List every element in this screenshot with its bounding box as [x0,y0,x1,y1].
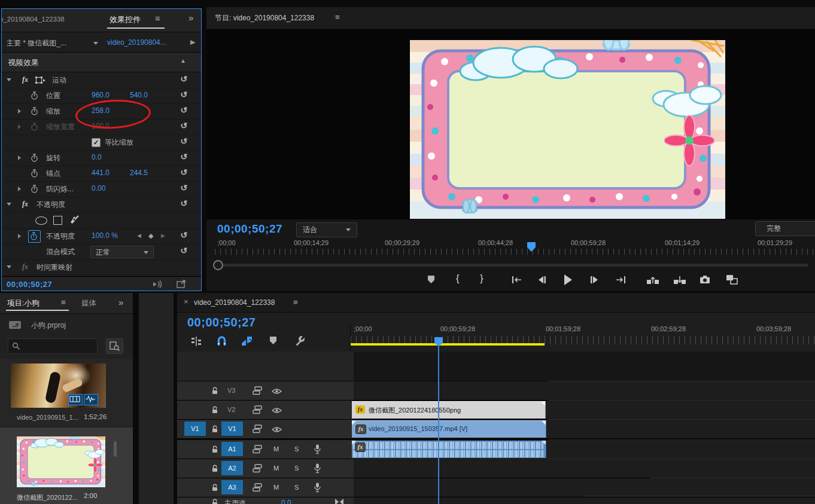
tab-media-browser[interactable]: 媒体 [81,298,96,308]
panel-overflow-icon[interactable]: » [118,297,123,307]
track-target-a1[interactable]: A1 [221,442,243,456]
sync-lock-icon[interactable] [253,405,262,414]
next-keyframe-icon[interactable]: ▶ [161,233,165,239]
track-content-v2[interactable]: fx 微信截图_20201224180550png [354,401,815,420]
reset-scale-width-button[interactable]: ↺ [180,121,187,130]
search-input[interactable] [8,338,98,354]
track-content-v3[interactable] [354,381,815,401]
collapse-opacity-icon[interactable] [7,203,11,206]
linked-selection-icon[interactable] [242,336,254,346]
timeline-ruler[interactable]: ;00;00 00;00;59;28 00;01;59;28 00;02;59;… [350,323,815,352]
list-item[interactable]: video_20190915_1... 1;52;26 [0,359,133,427]
solo-button[interactable]: S [294,445,299,453]
mute-button[interactable]: M [273,445,279,453]
video-effects-header[interactable]: 视频效果 ▲ [2,53,201,72]
motion-label[interactable]: 运动 [52,75,66,85]
timeline-timecode[interactable]: 00;00;50;27 [187,316,256,329]
expand-rotation-icon[interactable] [18,155,21,160]
clip-v1[interactable]: fx video_20190915_150357.mp4 [V] [352,420,546,438]
expand-scale-width-icon[interactable] [18,124,21,129]
pen-mask-button[interactable] [69,215,80,225]
eye-icon[interactable] [272,407,282,414]
mic-icon[interactable] [314,444,321,454]
go-to-in-button[interactable] [512,276,522,284]
tab-sequence[interactable]: video_20190804_122338 [194,298,275,307]
reset-opacity-button[interactable]: ↺ [180,198,187,208]
comparison-view-button[interactable] [726,274,738,285]
reset-rotation-button[interactable]: ↺ [180,152,187,161]
lock-icon[interactable] [211,406,218,414]
track-target-a2[interactable]: A2 [221,461,243,475]
program-timecode[interactable]: 00;00;50;27 [217,222,282,236]
sync-lock-icon[interactable] [253,386,262,395]
expand-anti-flicker-icon[interactable] [18,187,21,191]
lock-icon[interactable] [211,445,218,453]
stopwatch-active-box[interactable] [28,230,41,243]
export-frame-icon[interactable] [177,280,186,288]
anchor-x-value[interactable]: 441.0 [92,169,110,177]
reset-opacity-param-button[interactable]: ↺ [180,230,187,240]
item-name[interactable]: 微信截图_2020122... [17,493,78,502]
uniform-scale-checkbox[interactable]: ✓ [92,138,101,147]
panel-menu-icon[interactable]: ≡ [155,14,160,23]
zoom-level-select[interactable]: 适合 [296,222,357,237]
master-clip-selector[interactable]: 主要 * 微信截图_... [7,38,66,48]
play-button[interactable] [563,274,573,286]
stopwatch-icon[interactable] [31,91,38,100]
panel-menu-icon[interactable]: ≡ [335,13,340,22]
opacity-value[interactable]: 100.0 % [92,231,118,240]
lift-button[interactable] [647,275,659,285]
reset-anchor-button[interactable]: ↺ [180,167,187,177]
sequence-clip-name[interactable]: video_20190804... [107,38,166,47]
source-patch-v1[interactable]: V1 [184,421,206,436]
work-area-bar[interactable] [351,343,545,346]
snap-magnet-icon[interactable] [217,335,227,346]
mark-in-button[interactable]: { [456,273,460,285]
item-name[interactable]: video_20190915_1... [17,414,78,421]
eye-icon[interactable] [272,388,282,395]
sync-lock-icon[interactable] [253,424,262,433]
timeline-settings-wrench-icon[interactable] [294,335,306,347]
clip-a1[interactable]: fx [352,441,546,458]
lock-icon[interactable] [211,465,218,472]
reset-scale-button[interactable]: ↺ [180,105,187,115]
track-target-a3[interactable]: A3 [221,480,243,494]
ellipse-mask-button[interactable] [35,216,47,225]
expand-opacity-icon[interactable] [18,234,21,239]
reset-blend-button[interactable]: ↺ [180,246,187,255]
position-x-value[interactable]: 960.0 [92,91,110,99]
solo-button[interactable]: S [294,465,299,472]
lock-icon[interactable] [211,484,218,491]
mute-button[interactable]: M [273,465,279,472]
insert-overwrite-icon[interactable] [191,336,202,347]
list-item-selected[interactable]: 微信截图_2020122... 2:00 [0,427,133,504]
collapse-time-remap-icon[interactable] [7,265,11,268]
stopwatch-icon[interactable] [31,107,38,115]
keyframe-bowtie-icon[interactable] [335,499,343,504]
collapse-section-icon[interactable]: ▲ [180,57,186,64]
anchor-y-value[interactable]: 244.5 [130,169,148,177]
opacity-section-label[interactable]: 不透明度 [37,200,65,210]
track-name[interactable]: V2 [227,406,235,413]
mic-icon[interactable] [314,482,321,493]
timeline-marker-icon[interactable] [270,337,276,344]
track-content-a3[interactable] [354,478,815,497]
mic-icon[interactable] [314,463,321,474]
tab-project[interactable]: 项目:小狗 [7,298,39,308]
panel-menu-icon[interactable]: ≡ [293,298,298,307]
program-title[interactable]: 节目: video_20190804_122338 [215,13,314,23]
blend-mode-select[interactable]: 正常 [90,246,154,258]
chevron-down-icon[interactable] [93,42,98,45]
effect-controls-timecode[interactable]: 00;00;50;27 [7,280,52,289]
stopwatch-icon[interactable] [31,169,38,178]
lock-icon[interactable] [211,499,218,504]
reset-uniform-button[interactable]: ↺ [180,136,187,146]
sync-lock-icon[interactable] [253,445,262,454]
bin-breadcrumb-row[interactable]: 小狗.prproj [0,317,133,334]
collapse-motion-icon[interactable] [7,78,11,81]
extract-button[interactable] [674,275,686,285]
clip-v2[interactable]: fx 微信截图_20201224180550png [352,401,546,419]
program-scrollbar-track[interactable] [223,264,808,267]
timeline-playhead-line[interactable] [438,346,439,504]
sync-lock-icon[interactable] [253,483,262,492]
